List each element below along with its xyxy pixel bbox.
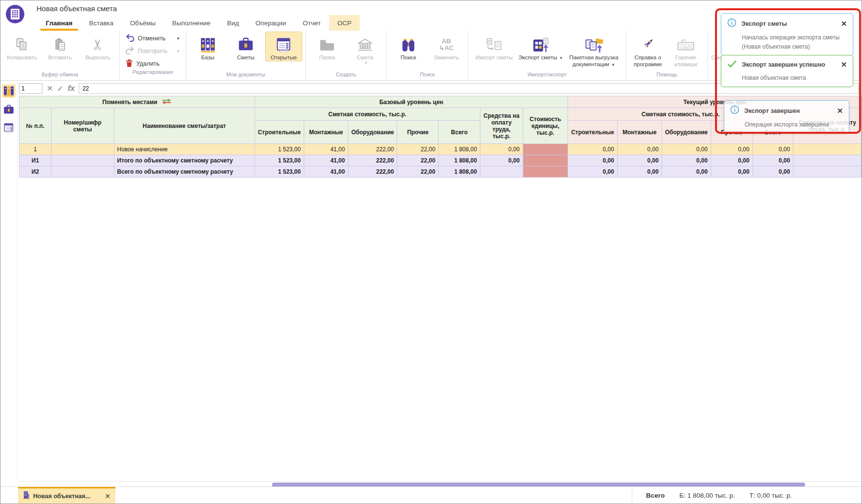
col-header-montazh-current[interactable]: Монтажные [617,121,661,144]
tab-operacii[interactable]: Операции [247,15,294,31]
col-header-montazh-base[interactable]: Монтажные [304,121,348,144]
tab-vypolnenie[interactable]: Выполнение [164,15,219,31]
col-header-prochie-base[interactable]: Прочие [397,121,439,144]
cell-value[interactable]: 0,00 [617,166,661,178]
tab-vstavka[interactable]: Вставка [81,15,122,31]
cell-value[interactable]: 0,00 [711,144,752,155]
cell-value[interactable]: 0,00 [662,166,711,178]
cell-value[interactable]: 41,00 [304,155,348,166]
about-button[interactable]: Справка о программе [629,32,666,69]
swap-columns-header[interactable]: Поменять местами [19,96,255,108]
col-header-code[interactable]: Номер/шифр сметы [51,108,114,144]
replace-button[interactable]: AB↳AC Заменить [428,32,465,61]
undo-dropdown-icon[interactable]: ▼ [176,36,180,41]
create-estimate-dropdown-icon[interactable]: ▼ [364,61,368,66]
cell-value[interactable]: 0,00 [662,144,711,155]
cell-value[interactable]: 22,00 [397,144,439,155]
tab-vid[interactable]: Вид [219,15,247,31]
cell-value[interactable]: 0,00 [480,144,523,155]
import-estimate-button[interactable]: Импорт сметы [471,32,517,61]
create-estimate-button[interactable]: Смета ▼ [347,32,384,66]
redo-dropdown-icon[interactable]: ▼ [176,49,180,54]
cell-value[interactable]: 1 523,00 [255,166,304,178]
cell-value[interactable]: 0,00 [752,166,793,178]
cell-name[interactable]: Новое начисление [114,144,255,155]
hotkeys-button[interactable]: Горячие клавиши [667,32,704,69]
batch-upload-button[interactable]: Пакетная выгрузка документации▼ [565,32,623,69]
cell-value[interactable] [793,166,862,178]
cell-num[interactable]: 1 [19,144,52,155]
cell-value[interactable]: 0,00 [711,155,752,166]
paste-button[interactable]: Вставить [41,32,78,61]
cell-value[interactable]: 1 808,00 [439,155,480,166]
copy-button[interactable]: Копировать [3,32,40,61]
col-header-unit-cost[interactable]: Стоимость единицы, тыс.р. [523,108,568,144]
cell-num[interactable]: И1 [19,155,52,166]
cell-value[interactable]: 0,00 [752,144,793,155]
batch-upload-dropdown-icon[interactable]: ▼ [611,63,615,67]
fx-icon[interactable]: fx [68,84,74,93]
redo-button[interactable]: Повторить▼ [126,46,180,56]
cell-value[interactable]: 0,00 [711,166,752,178]
cell-num[interactable]: И2 [19,166,52,178]
cell-value[interactable]: 222,00 [348,144,397,155]
cell-ref-input[interactable] [19,83,42,94]
tab-osr[interactable]: ОСР [329,15,360,31]
cancel-entry-icon[interactable]: ✕ [47,84,53,93]
panel-opened-icon[interactable] [2,121,16,135]
col-header-vsego-base[interactable]: Всего [439,121,480,144]
export-estimate-button[interactable]: Экспорт сметы▼ [518,32,564,61]
bases-button[interactable]: Базы [189,32,226,61]
col-header-stroit-base[interactable]: Строительные [255,121,304,144]
col-header-num[interactable]: № п.п. [19,108,52,144]
cell-value[interactable]: 0,00 [617,155,661,166]
cell-code[interactable] [51,144,114,155]
export-dropdown-icon[interactable]: ▼ [559,56,563,60]
cell-value[interactable] [480,166,523,178]
cell-name[interactable]: Итого по объектному сметному расчету [114,155,255,166]
col-header-oborud-base[interactable]: Оборудование [348,121,397,144]
cell-value[interactable]: 222,00 [348,155,397,166]
cell-value[interactable]: 0,00 [617,144,661,155]
tab-otchet[interactable]: Отчет [294,15,329,31]
close-icon[interactable]: ✕ [837,107,843,115]
close-icon[interactable]: ✕ [105,492,110,500]
cell-value[interactable]: 0,00 [752,155,793,166]
opened-button[interactable]: Открытые [265,32,302,61]
cell-unit-cost-blocked[interactable] [523,144,568,155]
cell-value[interactable] [793,144,862,155]
search-button[interactable]: Поиск [390,32,427,61]
cell-value[interactable]: 0,00 [568,166,617,178]
cell-value[interactable]: 1 808,00 [439,166,480,178]
panel-estimates-icon[interactable] [2,103,16,116]
panel-bases-icon[interactable] [2,84,16,98]
table-row-i2[interactable]: И2 Всего по объектному сметному расчету … [19,166,862,178]
confirm-entry-icon[interactable]: ✓ [57,84,64,93]
col-header-oborud-current[interactable]: Оборудование [662,121,711,144]
close-icon[interactable]: ✕ [841,19,847,28]
cell-name[interactable]: Всего по объектному сметному расчету [114,166,255,178]
undo-button[interactable]: Отменить▼ [126,34,180,43]
col-header-stroit-current[interactable]: Строительные [568,121,617,144]
cell-unit-cost-blocked[interactable] [523,155,568,166]
folder-button[interactable]: Папка [309,32,346,61]
cell-value[interactable]: 1 808,00 [439,144,480,155]
cell-value[interactable]: 0,00 [568,144,617,155]
cell-value[interactable] [793,155,862,166]
estimates-button[interactable]: Сметы [227,32,264,61]
col-header-name[interactable]: Наименование сметы/затрат [114,108,255,144]
col-header-labor-base[interactable]: Средства на оплату труда, тыс.р. [480,108,523,144]
cell-value[interactable]: 22,00 [397,155,439,166]
cell-value[interactable]: 0,00 [662,155,711,166]
cell-value[interactable]: 0,00 [480,155,523,166]
cell-unit-cost-blocked[interactable] [523,166,568,178]
cell-value[interactable]: 22,00 [397,166,439,178]
tab-glavnaya[interactable]: Главная [37,15,81,31]
table-row-1[interactable]: 1 Новое начисление 1 523,00 41,00 222,00… [19,144,862,155]
tab-obyomy[interactable]: Объёмы [122,15,164,31]
cell-value[interactable]: 1 523,00 [255,155,304,166]
close-icon[interactable]: ✕ [841,60,847,69]
cell-value[interactable]: 0,00 [568,155,617,166]
document-tab[interactable]: Новая объектная... ✕ [18,487,115,504]
cell-code[interactable] [51,166,114,178]
